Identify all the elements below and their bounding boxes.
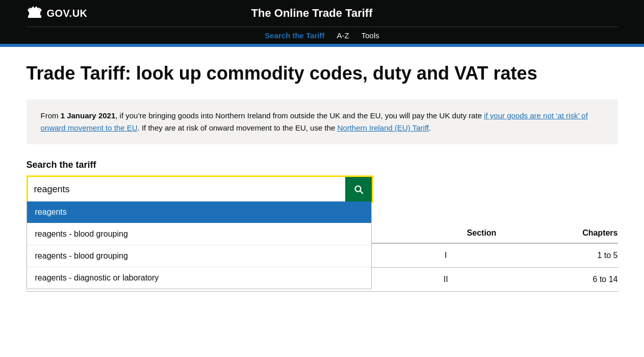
search-input[interactable] [28, 177, 345, 201]
svg-point-1 [30, 8, 32, 10]
row1-chapters: 1 to 5 [496, 243, 617, 268]
svg-rect-0 [28, 15, 41, 18]
gov-logo-link[interactable]: GOV.UK [27, 5, 88, 21]
notice-link2[interactable]: Northern Ireland (EU) Tariff [337, 123, 429, 132]
col-section: Section [395, 223, 496, 243]
notice-text-end: . [429, 123, 431, 132]
autocomplete-item-0[interactable]: reagents [27, 201, 371, 223]
row2-chapters: 6 to 14 [496, 268, 617, 292]
autocomplete-item-2[interactable]: reagents - blood grouping [27, 245, 371, 267]
row2-section: II [395, 268, 496, 292]
main-content: Trade Tariff: look up commodity codes, d… [16, 47, 628, 312]
search-wrapper: reagents reagents - blood grouping reage… [27, 175, 373, 203]
main-nav: Search the Tariff A-Z Tools [27, 27, 618, 44]
autocomplete-dropdown: reagents reagents - blood grouping reage… [27, 201, 372, 289]
crown-icon [27, 5, 43, 21]
search-icon [353, 184, 364, 195]
site-title: The Online Trade Tariff [88, 7, 536, 20]
notice-box: From 1 January 2021, if you’re bringing … [27, 99, 618, 144]
nav-az[interactable]: A-Z [337, 31, 349, 40]
search-label: Search the tariff [27, 160, 618, 170]
notice-text-middle: , if you’re bringing goods into Northern… [115, 111, 484, 120]
row1-section: I [395, 243, 496, 268]
nav-tools[interactable]: Tools [362, 31, 379, 40]
notice-text-after-link1: . If they are at risk of onward movement… [138, 123, 338, 132]
notice-date: 1 January 2021 [61, 111, 116, 120]
autocomplete-item-3[interactable]: reagents - diagnostic or laboratory [27, 267, 371, 289]
autocomplete-item-1[interactable]: reagents - blood grouping [27, 223, 371, 245]
site-header: GOV.UK The Online Trade Tariff Search th… [0, 0, 644, 44]
svg-point-2 [38, 8, 40, 10]
search-button[interactable] [345, 177, 372, 201]
nav-search-tariff[interactable]: Search the Tariff [265, 31, 324, 40]
search-section: Search the tariff reagents reagents - bl… [27, 160, 618, 203]
notice-text-before: From [41, 111, 61, 120]
page-title: Trade Tariff: look up commodity codes, d… [27, 62, 618, 84]
gov-logo-text: GOV.UK [47, 8, 88, 19]
col-chapters: Chapters [496, 223, 617, 243]
